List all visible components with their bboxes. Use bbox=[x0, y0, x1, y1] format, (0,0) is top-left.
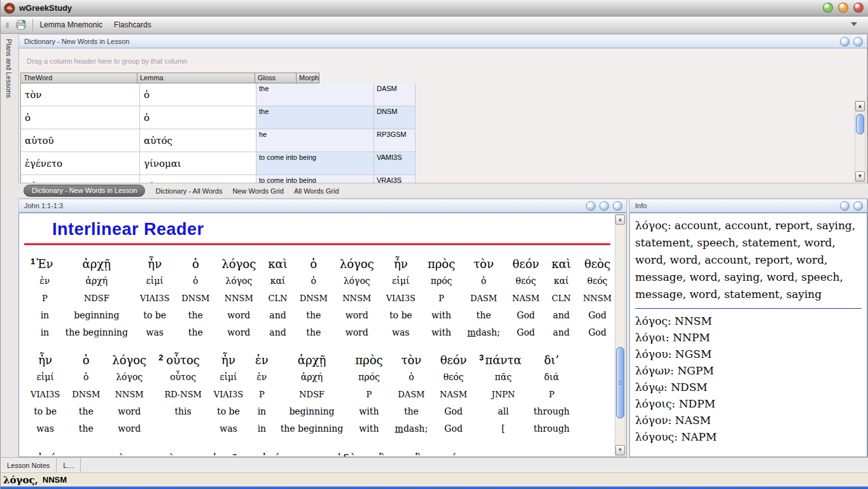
greek-surface[interactable]: δι’ bbox=[533, 351, 570, 369]
interlinear-word[interactable]: ὁ ὁ DNSM the the bbox=[72, 351, 100, 437]
greek-surface[interactable]: λόγος bbox=[112, 351, 146, 369]
dictionary-tab[interactable]: Dictionary - New Words in Lesson bbox=[24, 185, 145, 197]
greek-surface[interactable]: τὸν bbox=[467, 255, 500, 273]
scrollbar-thumb[interactable] bbox=[616, 347, 624, 418]
panel-close-icon[interactable] bbox=[613, 201, 622, 211]
greek-surface[interactable]: πρὸς bbox=[355, 351, 382, 369]
dictionary-tab[interactable]: New Words Grid bbox=[232, 187, 283, 195]
toolbar-grip-handle[interactable]: ‖ bbox=[6, 20, 9, 30]
panel-maximize-icon[interactable] bbox=[599, 201, 609, 211]
column-header[interactable]: Morph bbox=[297, 73, 319, 83]
greek-surface[interactable]: καὶ bbox=[268, 255, 287, 273]
greek-surface[interactable]: καὶ bbox=[552, 255, 571, 273]
window-control-icon[interactable] bbox=[853, 3, 864, 13]
cell-theword[interactable]: ὁ bbox=[21, 106, 140, 129]
table-row[interactable]: ἐγένετο γίνομαι to come into being VAMI3… bbox=[21, 152, 416, 175]
cell-gloss[interactable]: to come into being bbox=[256, 152, 374, 175]
cell-theword[interactable]: αὐτοῦ bbox=[21, 129, 140, 152]
bottom-tab[interactable]: Lesson Notes bbox=[1, 458, 57, 472]
cell-theword[interactable]: τὸν bbox=[21, 83, 140, 106]
interlinear-word[interactable]: λόγος λόγος NNSM word word bbox=[340, 255, 374, 341]
interlinear-word[interactable]: καὶ καί CLN and and bbox=[552, 255, 571, 341]
interlinear-word[interactable]: τὸν ὁ DASM the mdash; bbox=[467, 255, 500, 341]
greek-surface[interactable]: ἀρχῇ bbox=[66, 255, 129, 273]
table-row[interactable]: γέγονεν γίνομαι to come into being VRAI3… bbox=[21, 175, 416, 183]
panel-close-icon[interactable] bbox=[853, 201, 863, 211]
greek-surface[interactable]: ἦν bbox=[214, 351, 243, 369]
greek-surface[interactable]: ἦν bbox=[140, 255, 169, 273]
plans-and-lessons-label[interactable]: Plans and Lessons bbox=[5, 39, 13, 98]
panel-close-icon[interactable] bbox=[853, 37, 863, 46]
interlinear-word[interactable]: λόγος λόγος NNSM word word bbox=[112, 351, 146, 437]
menu-item[interactable]: Flashcards bbox=[113, 19, 153, 31]
greek-surface[interactable]: ἦν bbox=[31, 351, 60, 369]
scrollbar-thumb[interactable] bbox=[856, 114, 864, 134]
interlinear-word[interactable]: ἀρχῇ ἀρχή NDSF beginning the beginning bbox=[66, 255, 129, 341]
cell-gloss[interactable]: the bbox=[256, 83, 374, 106]
panel-maximize-icon[interactable] bbox=[840, 201, 850, 211]
greek-surface[interactable]: ἦν bbox=[386, 255, 416, 273]
cell-theword[interactable]: γέγονεν bbox=[21, 175, 140, 183]
dictionary-scrollbar[interactable]: ▲ ▼ bbox=[855, 101, 865, 182]
column-header[interactable]: Gloss bbox=[255, 73, 297, 83]
column-header[interactable]: Lemma bbox=[137, 73, 255, 83]
greek-surface[interactable]: ὁ bbox=[181, 255, 209, 273]
window-control-icon[interactable] bbox=[838, 3, 848, 13]
interlinear-word[interactable]: τὸν ὁ DASM the mdash; bbox=[395, 351, 428, 437]
cell-gloss[interactable]: the bbox=[256, 106, 374, 129]
greek-surface[interactable]: θεὸς bbox=[583, 255, 612, 273]
reader-panel-header[interactable]: John 1:1-1:3 bbox=[18, 199, 627, 213]
greek-surface[interactable]: πρὸς bbox=[428, 255, 455, 273]
interlinear-word[interactable]: θεόν θεός NASM God God bbox=[512, 255, 540, 341]
interlinear-word[interactable]: ὁ ὁ DNSM the the bbox=[181, 255, 209, 341]
interlinear-word[interactable]: θεόν θεός NASM God God bbox=[440, 351, 467, 437]
panel-pin-icon[interactable] bbox=[586, 201, 596, 211]
menu-item[interactable]: Lemma Mnemonic bbox=[38, 19, 104, 31]
greek-surface[interactable]: ὁ bbox=[300, 255, 328, 273]
cell-gloss[interactable]: to come into being bbox=[256, 175, 374, 183]
table-row[interactable]: τὸν ὁ the DASM bbox=[21, 83, 416, 106]
interlinear-word[interactable]: ἦν εἰμί VIAI3S to be was bbox=[214, 351, 243, 437]
greek-surface[interactable]: λόγος bbox=[340, 255, 374, 273]
cell-lemma[interactable]: αὐτός bbox=[140, 129, 256, 152]
plans-and-lessons-strip[interactable]: Plans and Lessons bbox=[1, 34, 19, 457]
interlinear-word[interactable]: λόγος λόγος NNSM word word bbox=[221, 255, 256, 341]
interlinear-word[interactable]: ἦν εἰμί VIAI3S to be was bbox=[386, 255, 416, 341]
interlinear-word[interactable]: ἦν εἰμί VIAI3S to be was bbox=[31, 351, 60, 437]
greek-surface[interactable]: Ἐν bbox=[36, 255, 53, 273]
scroll-down-icon[interactable]: ▼ bbox=[615, 445, 625, 455]
greek-surface[interactable]: οὗτος bbox=[164, 351, 201, 369]
bottom-tab[interactable]: L… bbox=[57, 458, 81, 472]
table-row[interactable]: ὁ ὁ the DNSM bbox=[21, 106, 416, 129]
greek-surface[interactable]: τὸν bbox=[395, 351, 428, 369]
interlinear-word[interactable]: πρὸς πρός P with with bbox=[355, 351, 382, 437]
dictionary-tab[interactable]: Dictionary - All Words bbox=[155, 187, 222, 195]
cell-theword[interactable]: ἐγένετο bbox=[21, 152, 140, 175]
column-header[interactable]: TheWord bbox=[21, 73, 137, 83]
scroll-up-icon[interactable]: ▲ bbox=[615, 215, 625, 225]
greek-surface[interactable]: θεόν bbox=[440, 351, 467, 369]
interlinear-word[interactable]: 3 πάντα πᾶς JNPN all [ bbox=[479, 351, 521, 437]
reader-scrollbar[interactable]: ▲ ▼ bbox=[615, 214, 626, 456]
interlinear-word[interactable]: δι’ διά P through through bbox=[533, 351, 570, 437]
toolbar-overflow-icon[interactable] bbox=[851, 22, 857, 26]
interlinear-word[interactable]: πρὸς πρός P with with bbox=[428, 255, 455, 341]
greek-surface[interactable]: λόγος bbox=[221, 255, 256, 273]
scroll-down-icon[interactable]: ▼ bbox=[855, 171, 865, 181]
dictionary-panel-header[interactable]: Dictionary - New Words in Lesson bbox=[18, 34, 867, 48]
cell-morph[interactable]: VAMI3S bbox=[374, 152, 416, 175]
interlinear-word[interactable]: ἦν εἰμί VIAI3S to be was bbox=[140, 255, 169, 341]
interlinear-word[interactable]: ὁ ὁ DNSM the the bbox=[300, 255, 328, 341]
interlinear-word[interactable]: 1 Ἐν ἐν P in in bbox=[31, 255, 53, 341]
greek-surface[interactable]: ἀρχῇ bbox=[281, 351, 344, 369]
cell-morph[interactable]: DNSM bbox=[374, 106, 416, 129]
cell-lemma[interactable]: γίνομαι bbox=[140, 152, 256, 175]
greek-surface[interactable]: πάντα bbox=[485, 351, 521, 369]
window-control-icon[interactable] bbox=[823, 3, 833, 13]
info-panel-header[interactable]: Info bbox=[629, 199, 867, 213]
cell-lemma[interactable]: ὁ bbox=[140, 83, 256, 106]
dictionary-tab[interactable]: All Words Grid bbox=[294, 187, 339, 195]
cell-morph[interactable]: RP3GSM bbox=[374, 129, 416, 152]
cell-gloss[interactable]: he bbox=[256, 129, 374, 152]
interlinear-word[interactable]: ἐν ἐν P in in bbox=[255, 351, 269, 437]
